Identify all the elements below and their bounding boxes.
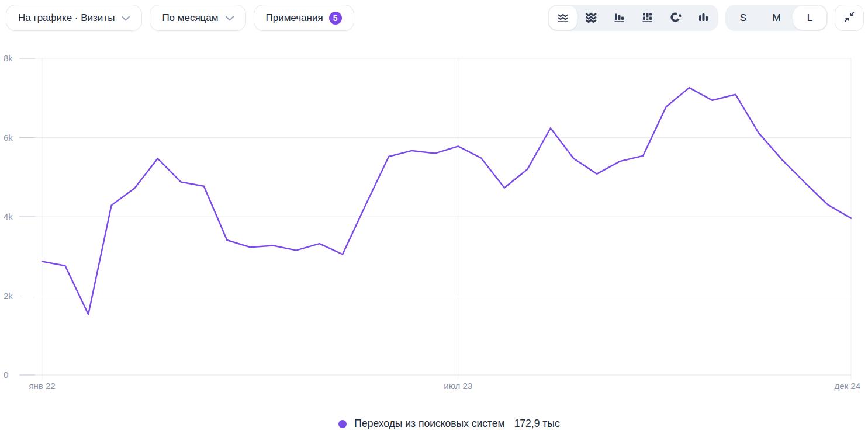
series-line — [42, 88, 851, 314]
chevron-down-icon — [226, 12, 234, 24]
notes-button-label: Примечания — [266, 12, 323, 24]
notes-count-badge: 5 — [329, 12, 342, 25]
collapse-arrows-icon — [843, 11, 856, 25]
y-tick-label: 8k — [4, 53, 13, 63]
chart-type-stacked-area-button[interactable] — [577, 6, 605, 30]
y-tick-label: 6k — [4, 133, 13, 143]
chart-type-donut-button[interactable] — [661, 6, 689, 30]
legend-series-value: 172,9 тыс — [514, 418, 560, 430]
x-tick-label: июл 23 — [444, 381, 472, 391]
toolbar: На графике · Визиты По месяцам Примечани… — [6, 5, 864, 31]
column-chart-icon — [697, 11, 710, 25]
notes-button[interactable]: Примечания 5 — [254, 5, 354, 31]
y-tick-label: 0 — [4, 370, 8, 380]
chart-type-stacked-bars-button[interactable] — [633, 6, 661, 30]
size-m-label: M — [772, 12, 780, 24]
toolbar-right-group: S M L — [548, 5, 864, 31]
chart-type-bars-button[interactable] — [605, 6, 633, 30]
stacked-area-chart-icon — [585, 11, 597, 25]
legend-series-label: Переходы из поисковых систем — [354, 418, 504, 430]
donut-chart-icon — [669, 11, 682, 25]
line-chart-icon — [557, 11, 569, 25]
bar-chart-icon — [613, 11, 625, 25]
metric-dropdown[interactable]: На графике · Визиты — [6, 5, 142, 31]
period-dropdown[interactable]: По месяцам — [150, 5, 245, 31]
size-s-button[interactable]: S — [727, 6, 760, 30]
x-tick-label: янв 22 — [29, 381, 55, 391]
legend-series-dot — [338, 420, 347, 428]
chart-type-columns-button[interactable] — [689, 6, 717, 30]
collapse-chart-button[interactable] — [835, 5, 864, 31]
size-l-label: L — [807, 12, 812, 24]
x-tick-label: дек 24 — [834, 381, 860, 391]
chevron-down-icon — [122, 12, 130, 24]
stacked-bar-chart-icon — [641, 11, 653, 25]
size-l-button[interactable]: L — [793, 6, 826, 30]
metric-dropdown-label: На графике · Визиты — [18, 12, 115, 24]
toolbar-left-group: На графике · Визиты По месяцам Примечани… — [6, 5, 354, 31]
period-dropdown-label: По месяцам — [162, 12, 218, 24]
size-m-button[interactable]: M — [760, 6, 793, 30]
y-tick-label: 4k — [4, 211, 13, 221]
visits-line-chart: 02k4k6k8kянв 22июл 23дек 24 — [0, 50, 868, 403]
size-s-label: S — [740, 12, 746, 24]
chart-legend[interactable]: Переходы из поисковых систем 172,9 тыс — [15, 418, 868, 430]
size-switcher: S M L — [725, 5, 828, 31]
chart-type-line-button[interactable] — [549, 6, 577, 30]
y-tick-label: 2k — [4, 291, 13, 301]
chart-type-switcher — [548, 5, 718, 31]
